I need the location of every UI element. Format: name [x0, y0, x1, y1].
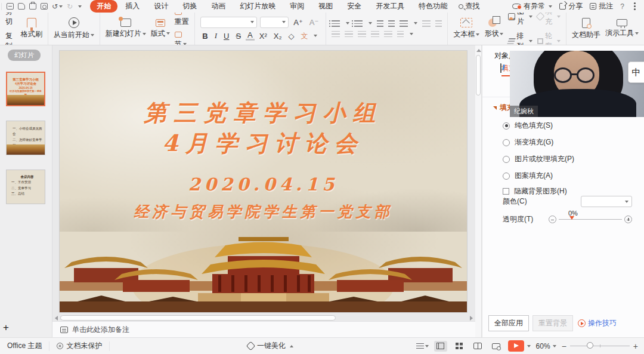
superscript-button[interactable]: X² [258, 32, 269, 41]
print-icon[interactable] [29, 3, 36, 10]
reset-button[interactable]: 重置 [175, 13, 190, 27]
format-painter-button[interactable]: 格式刷 [21, 18, 42, 39]
new-slide-button[interactable]: 新建幻灯片 [106, 19, 146, 39]
tab-insert[interactable]: 插入 [119, 0, 146, 13]
undo-icon[interactable]: ↺ [52, 3, 63, 10]
reset-background-button: 重置背景 [532, 315, 573, 331]
font-family-combo[interactable] [200, 17, 257, 28]
help-button[interactable]: ? [620, 2, 624, 11]
one-click-beautify-button[interactable]: 一键美化 [247, 341, 293, 351]
decrease-font-button[interactable]: A⁻ [308, 18, 321, 27]
radio-pattern-fill[interactable]: 图案填充(A) [503, 171, 553, 181]
tab-home[interactable]: 开始 [90, 0, 117, 13]
slide-title-block[interactable]: 第三党章学习小组 4月学习讨论会 2020.04.15 经济与贸易学院学生第一党… [60, 97, 467, 221]
customize-quick-access-icon[interactable] [78, 5, 82, 8]
section-button[interactable]: 节 [175, 31, 190, 46]
more-options-icon[interactable] [634, 5, 636, 7]
increase-indent-icon[interactable] [388, 20, 395, 27]
notes-toggle-button[interactable] [416, 343, 429, 349]
play-from-current-button[interactable]: 从当前开始 [54, 17, 94, 40]
vertical-scroll-thumb[interactable] [476, 55, 481, 96]
clear-format-button[interactable]: ◇ [286, 32, 296, 41]
bold-button[interactable]: B [200, 32, 209, 41]
apply-all-button[interactable]: 全部应用 [488, 315, 529, 331]
tab-special-features[interactable]: 特色功能 [412, 0, 454, 13]
transparency-slider[interactable]: 0% [559, 219, 622, 220]
scroll-right-icon[interactable] [470, 316, 473, 321]
chevron-down-icon [553, 345, 556, 347]
reading-view-button[interactable] [471, 341, 484, 352]
copy-button[interactable]: 复制 [5, 31, 16, 46]
horizontal-scroll-thumb[interactable] [60, 315, 336, 321]
webcam-overlay[interactable]: 纪婉秋 [510, 51, 644, 117]
tab-security[interactable]: 安全 [340, 0, 368, 13]
slide-thumbnail-1[interactable]: 第三党章学习小组 4月学习讨论会 2020.04.15 经济与贸易学院学生第一党… [6, 72, 45, 106]
phonetic-guide-button[interactable]: 文 [299, 31, 309, 41]
slides-panel-tab[interactable]: 幻灯片 [8, 50, 41, 61]
share-button[interactable]: 分享 [559, 1, 583, 11]
vertical-scrollbar[interactable] [475, 45, 482, 337]
presentation-tools-button[interactable]: 演示工具 [605, 19, 639, 38]
theme-indicator[interactable]: Office 主题 [0, 341, 49, 351]
italic-button[interactable]: I [213, 31, 219, 41]
tab-view[interactable]: 视图 [312, 0, 339, 13]
horizontal-scrollbar[interactable] [52, 315, 475, 321]
zoom-slider-thumb[interactable] [587, 342, 593, 349]
tab-developer[interactable]: 开发工具 [369, 0, 411, 13]
checkbox-hide-background[interactable]: 隐藏背景图形(H) [503, 186, 567, 196]
radio-gradient-fill[interactable]: 渐变填充(G) [503, 137, 553, 147]
slideshow-play-button[interactable] [508, 340, 524, 352]
textbox-button[interactable]: 文本框 [453, 18, 479, 39]
text-direction-icon[interactable] [400, 20, 408, 27]
zoom-out-button[interactable]: − [562, 342, 566, 350]
presenter-view-button[interactable] [490, 341, 503, 352]
operation-tips-link[interactable]: 操作技巧 [578, 318, 617, 328]
scroll-left-icon[interactable] [55, 316, 58, 321]
picture-button[interactable]: 图片 [508, 13, 532, 27]
strikethrough-button[interactable]: S [234, 32, 243, 41]
export-icon[interactable] [18, 3, 25, 10]
print-preview-icon[interactable] [41, 3, 48, 10]
tab-animation[interactable]: 动画 [205, 0, 232, 13]
slide-sorter-button[interactable] [453, 341, 466, 352]
bullet-list-icon[interactable] [332, 20, 340, 27]
ime-language-badge[interactable]: 中 [628, 61, 644, 83]
tab-design[interactable]: 设计 [147, 0, 175, 13]
font-color-button[interactable]: A [246, 31, 255, 41]
radio-solid-fill[interactable]: 纯色填充(S) [503, 121, 553, 131]
cut-button[interactable]: 剪切 [5, 13, 16, 27]
tab-review[interactable]: 审阅 [283, 0, 311, 13]
comment-button[interactable]: 批注 [590, 1, 613, 11]
tab-transition[interactable]: 切换 [176, 0, 203, 13]
add-slide-button[interactable]: + [3, 322, 9, 333]
cloud-sync-button[interactable]: 有异常 [512, 1, 552, 11]
shapes-button[interactable]: 形状 [484, 19, 503, 39]
transparency-increase-button[interactable] [624, 216, 632, 223]
notes-bar[interactable]: 单击此处添加备注 [52, 321, 475, 337]
increase-font-button[interactable]: A⁺ [292, 18, 305, 27]
underline-button[interactable]: U [222, 32, 231, 41]
slide-thumbnail-2[interactable]: 一、小组会成员见面会 二、怎样做好党章学习 [6, 121, 45, 155]
color-dropdown[interactable] [581, 196, 632, 207]
radio-picture-fill[interactable]: 图片或纹理填充(P) [503, 154, 574, 164]
zoom-in-button[interactable]: + [633, 342, 638, 350]
subscript-button[interactable]: X₂ [272, 32, 284, 41]
tab-slideshow[interactable]: 幻灯片放映 [233, 0, 282, 13]
find-button[interactable]: 查找 [459, 1, 479, 11]
zoom-level-dropdown[interactable]: 60% [536, 342, 556, 350]
transparency-decrease-button[interactable] [549, 216, 556, 223]
document-assistant-button[interactable]: 文档助手 [572, 18, 600, 40]
transparency-slider-marker[interactable] [569, 216, 574, 220]
arrange-button[interactable]: 排列 [508, 31, 532, 46]
font-size-combo[interactable] [260, 17, 289, 28]
slide-thumbnail-3[interactable]: 会议内容 一、工作安排 二、党章学习 三、总结 [6, 170, 45, 204]
document-protection-indicator[interactable]: 文档未保护 [49, 341, 110, 351]
normal-view-button[interactable] [434, 341, 447, 352]
slide-editor[interactable]: 第三党章学习小组 4月学习讨论会 2020.04.15 经济与贸易学院学生第一党… [60, 51, 467, 312]
decrease-indent-icon[interactable] [377, 20, 383, 27]
scroll-up-icon[interactable] [476, 49, 481, 52]
zoom-slider[interactable] [570, 346, 630, 347]
save-icon[interactable] [7, 3, 14, 10]
layout-button[interactable]: 版式 [151, 19, 170, 39]
numbered-list-icon[interactable] [354, 20, 363, 27]
